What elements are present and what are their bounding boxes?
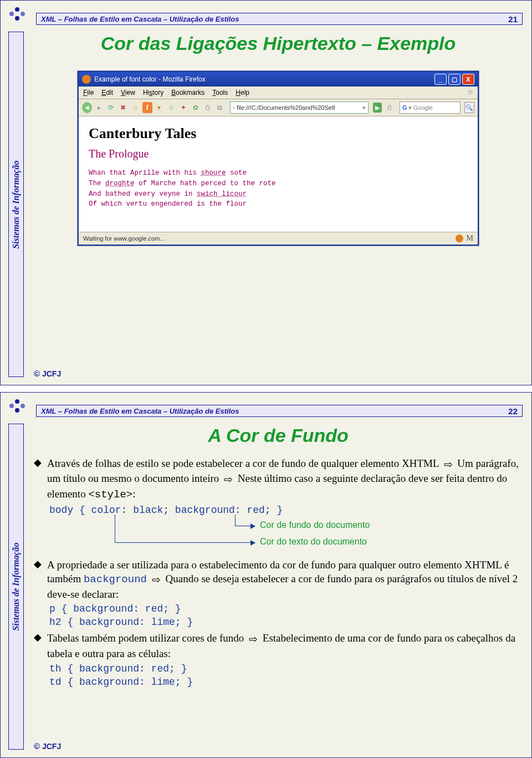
sidebar-label: Sistemas de Informação [11,160,21,248]
firefox-icon [82,75,91,84]
home-button[interactable]: ⌂ [130,102,140,113]
browser-toolbar: ◄ ▸ ⟳ ✖ ⌂ f ▾ ☆ ✦ ✿ ⎙ ⧉ ▫file:///C:/Docu… [79,99,478,116]
footer: © JCFJ [34,369,61,378]
menu-help[interactable]: Help [236,89,249,96]
slide-content: Cor das Ligações Hipertexto – Exemplo Ex… [34,32,523,363]
minimize-button[interactable]: _ [434,74,447,85]
slide-content: A Cor de Fundo ◆ Através de folhas de es… [34,424,523,741]
forward-button[interactable]: ▸ [94,102,104,113]
bullet-text: Tabelas também podem utilizar cores de f… [47,631,523,660]
search-box[interactable]: G▾ Google [400,101,461,114]
page-number: 22 [508,406,518,416]
browser-window-title: Example of font color - Mozilla Firefox [94,75,206,83]
arrow-line [235,515,236,526]
print-icon[interactable]: ⎙ [203,102,213,113]
bullet-marker-icon: ◆ [34,456,42,502]
menu-bookmarks[interactable]: Bookmarks [171,89,204,96]
header-title: XML – Folhas de Estilo em Cascata – Util… [41,15,239,23]
maximize-button[interactable]: ▢ [448,74,461,85]
verse-line: The droghte of Marche hath perced to the… [89,179,468,189]
footer: © JCFJ [34,741,61,751]
bullet-marker-icon: ◆ [34,558,42,602]
slide-title: Cor das Ligações Hipertexto – Exemplo [34,33,523,54]
sidebar-tab: Sistemas de Informação [8,32,24,377]
menu-file[interactable]: File [83,89,94,96]
status-text: Waiting for www.google.com... [83,235,165,242]
annotation: Cor de fundo do documento [260,520,370,530]
arrow-line [115,542,255,543]
bullet-marker-icon: ◆ [34,631,42,660]
print-icon[interactable]: ⎙ [384,102,394,113]
bullet-text: A propriedade a ser utilizada para o est… [47,558,523,602]
throbber-icon: ⟳ [468,89,473,96]
verse-block: Whan that Aprille with his shoure sote T… [89,168,468,210]
page-number: 21 [508,14,518,24]
browser-statusbar: Waiting for www.google.com... M [79,232,478,245]
back-button[interactable]: ◄ [82,102,92,113]
bullet-item: ◆ Através de folhas de estilo se pode es… [34,456,523,502]
logo-icon [6,6,28,23]
feed-icon[interactable]: f [142,102,152,113]
toolbar-icon[interactable]: ✿ [191,102,201,113]
arrow-line [235,526,255,526]
toolbar-icon[interactable]: ▾ [155,102,165,113]
logo-icon [6,398,28,415]
reload-button[interactable]: ⟳ [106,102,116,113]
sidebar-label: Sistemas de Informação [11,542,21,630]
close-button[interactable]: X [462,74,474,85]
menu-history[interactable]: History [143,89,163,96]
toolbar-icon[interactable]: ✦ [178,102,188,113]
sidebar-tab: Sistemas de Informação [8,424,24,750]
toolbar-icon[interactable]: ⧉ [214,102,224,113]
slide-title: A Cor de Fundo [34,425,523,446]
mail-icon: M [467,234,473,243]
header-bar: XML – Folhas de Estilo em Cascata – Util… [36,405,523,417]
bullet-item: ◆ A propriedade a ser utilizada para o e… [34,558,523,602]
firefox-status-icon [456,235,463,242]
browser-viewport: Canterbury Tales The Prologue Whan that … [79,116,478,232]
go-button[interactable]: ▶ [373,103,382,113]
header-title: XML – Folhas de Estilo em Cascata – Util… [41,407,239,415]
search-button[interactable]: 🔍 [464,102,474,113]
slide-2: XML – Folhas de Estilo em Cascata – Util… [0,392,532,758]
code-line: body { color: black; background: red; } [49,505,523,516]
bullet-text: Através de folhas de estilo se pode esta… [47,456,523,502]
arrow-line [115,515,115,542]
browser-titlebar: Example of font color - Mozilla Firefox … [79,72,478,87]
slide-1: XML – Folhas de Estilo em Cascata – Util… [0,0,532,385]
verse-line: Of which vertu engendered is the flour [89,199,468,210]
page-icon: ▫ [233,104,235,111]
page-subheading: The Prologue [89,147,468,160]
menu-edit[interactable]: Edit [101,89,113,96]
code-line: p { background: red; } [49,603,523,614]
menu-view[interactable]: View [121,89,135,96]
bookmark-star-icon[interactable]: ☆ [166,102,176,113]
browser-menubar: File Edit View History Bookmarks Tools H… [79,87,478,99]
verse-line: And bathed every veyne in swich licour [89,189,468,200]
code-line: th { background: red; } [49,663,523,674]
stop-button[interactable]: ✖ [118,102,128,113]
header-bar: XML – Folhas de Estilo em Cascata – Util… [36,13,523,25]
bullet-item: ◆ Tabelas também podem utilizar cores de… [34,631,523,660]
code-line: h2 { background: lime; } [49,617,523,628]
annotation: Cor do texto do documento [260,537,367,547]
page-heading: Canterbury Tales [89,125,468,142]
browser-window: Example of font color - Mozilla Firefox … [78,71,479,246]
menu-tools[interactable]: Tools [212,89,228,96]
verse-line: Whan that Aprille with his shoure sote [89,168,468,179]
address-bar[interactable]: ▫file:///C:/Documents%20and%20Setl▾ [230,101,369,114]
code-line: td { background: lime; } [49,676,523,688]
